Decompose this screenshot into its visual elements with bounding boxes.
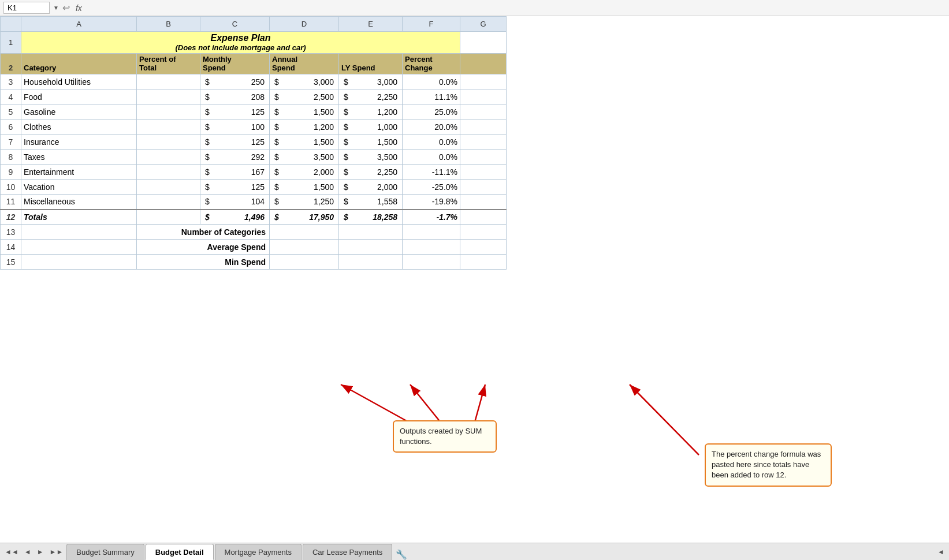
cell-C6[interactable]: $100 [200,120,270,135]
col-header-E[interactable]: E [339,17,403,32]
cell-D15[interactable] [270,255,339,270]
cell-A12[interactable]: Totals [21,210,137,225]
cell-E9[interactable]: $2,250 [339,165,403,180]
cell-F11[interactable]: -19.8% [403,195,460,210]
cell-F8[interactable]: 0.0% [403,150,460,165]
cell-G3[interactable] [460,74,507,89]
cell-G13[interactable] [460,225,507,240]
row-header-1[interactable]: 1 [1,32,21,54]
tab-nav-first[interactable]: ◄◄ [2,544,21,560]
tab-budget-summary[interactable]: Budget Summary [66,544,144,560]
tab-budget-detail[interactable]: Budget Detail [146,544,214,560]
cell-F14[interactable] [403,240,460,255]
row-header-5[interactable]: 5 [1,104,21,120]
cell-B3[interactable] [137,74,200,89]
row-header-10[interactable]: 10 [1,180,21,195]
cell-D10[interactable]: $1,500 [270,180,339,195]
col-header-D[interactable]: D [270,17,339,32]
row-header-9[interactable]: 9 [1,165,21,180]
cell-D9[interactable]: $2,000 [270,165,339,180]
row-header-11[interactable]: 11 [1,195,21,210]
col-header-G[interactable]: G [460,17,507,32]
row-header-7[interactable]: 7 [1,135,21,150]
cell-A7[interactable]: Insurance [21,135,137,150]
col-header-A[interactable]: A [21,17,137,32]
cell-E12[interactable]: $18,258 [339,210,403,225]
row-header-13[interactable]: 13 [1,225,21,240]
cell-B5[interactable] [137,104,200,120]
row-header-4[interactable]: 4 [1,89,21,104]
cell-G5[interactable] [460,104,507,120]
cell-A8[interactable]: Taxes [21,150,137,165]
cell-B9[interactable] [137,165,200,180]
cell-A14[interactable] [21,240,137,255]
cell-D12[interactable]: $17,950 [270,210,339,225]
cell-E4[interactable]: $2,250 [339,89,403,104]
cell-B12[interactable] [137,210,200,225]
row-header-2[interactable]: 2 [1,54,21,74]
cell-G14[interactable] [460,240,507,255]
cell-A3[interactable]: Household Utilities [21,74,137,89]
row-header-8[interactable]: 8 [1,150,21,165]
cell-F3[interactable]: 0.0% [403,74,460,89]
cell-G15[interactable] [460,255,507,270]
cell-D5[interactable]: $1,500 [270,104,339,120]
cell-B10[interactable] [137,180,200,195]
cell-D8[interactable]: $3,500 [270,150,339,165]
tab-nav-prev[interactable]: ◄ [22,544,34,560]
cell-F4[interactable]: 11.1% [403,89,460,104]
cell-A4[interactable]: Food [21,89,137,104]
cell-B4[interactable] [137,89,200,104]
undo-icon[interactable]: ↩ [62,2,70,13]
cell-C4[interactable]: $208 [200,89,270,104]
cell-C9[interactable]: $167 [200,165,270,180]
cell-E8[interactable]: $3,500 [339,150,403,165]
col-header-F[interactable]: F [403,17,460,32]
tab-nav-next[interactable]: ► [35,544,46,560]
cell-D6[interactable]: $1,200 [270,120,339,135]
cell-G7[interactable] [460,135,507,150]
cell-B11[interactable] [137,195,200,210]
row-header-3[interactable]: 3 [1,74,21,89]
cell-G4[interactable] [460,89,507,104]
cell-A9[interactable]: Entertainment [21,165,137,180]
cell-G11[interactable] [460,195,507,210]
cell-B7[interactable] [137,135,200,150]
cell-B15[interactable]: Min Spend [137,255,270,270]
cell-D4[interactable]: $2,500 [270,89,339,104]
cell-G8[interactable] [460,150,507,165]
cell-reference-box[interactable]: K1 [3,2,50,14]
tab-scroll-right[interactable]: ◄ [935,544,947,560]
cell-ref-dropdown[interactable]: ▼ [53,5,59,11]
cell-D7[interactable]: $1,500 [270,135,339,150]
col-header-C[interactable]: C [200,17,270,32]
cell-G9[interactable] [460,165,507,180]
cell-F5[interactable]: 25.0% [403,104,460,120]
cell-F10[interactable]: -25.0% [403,180,460,195]
cell-D13[interactable] [270,225,339,240]
row-header-12[interactable]: 12 [1,210,21,225]
cell-E10[interactable]: $2,000 [339,180,403,195]
tab-nav-last[interactable]: ►► [47,544,66,560]
tab-mortgage-payments[interactable]: Mortgage Payments [215,544,302,560]
row-header-6[interactable]: 6 [1,120,21,135]
cell-A11[interactable]: Miscellaneous [21,195,137,210]
cell-G12[interactable] [460,210,507,225]
cell-F7[interactable]: 0.0% [403,135,460,150]
cell-B8[interactable] [137,150,200,165]
row-header-15[interactable]: 15 [1,255,21,270]
cell-A15[interactable] [21,255,137,270]
cell-E15[interactable] [339,255,403,270]
cell-D14[interactable] [270,240,339,255]
cell-C5[interactable]: $125 [200,104,270,120]
cell-F6[interactable]: 20.0% [403,120,460,135]
tab-car-lease[interactable]: Car Lease Payments [303,544,392,560]
cell-E14[interactable] [339,240,403,255]
cell-F9[interactable]: -11.1% [403,165,460,180]
cell-A10[interactable]: Vacation [21,180,137,195]
cell-A6[interactable]: Clothes [21,120,137,135]
cell-D3[interactable]: $3,000 [270,74,339,89]
cell-C3[interactable]: $250 [200,74,270,89]
cell-D11[interactable]: $1,250 [270,195,339,210]
row-header-14[interactable]: 14 [1,240,21,255]
